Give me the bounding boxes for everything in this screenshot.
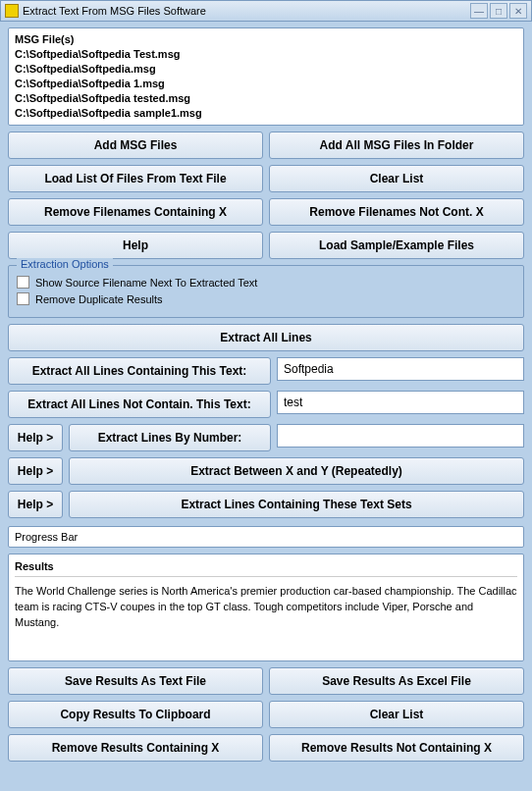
containing-text-input[interactable]: [277, 357, 524, 381]
window-title: Extract Text From MSG Files Software: [23, 5, 470, 17]
extraction-options-fieldset: Extraction Options Show Source Filename …: [8, 265, 524, 318]
results-header: Results: [15, 560, 517, 577]
extract-between-button[interactable]: Extract Between X and Y (Repeatedly): [69, 457, 524, 485]
remove-not-containing-button[interactable]: Remove Filenames Not Cont. X: [269, 198, 524, 226]
help-button[interactable]: Help: [8, 232, 263, 259]
file-list-item[interactable]: C:\Softpedia\Softpedia tested.msg: [15, 91, 517, 106]
clear-results-button[interactable]: Clear List: [269, 701, 524, 728]
extract-by-number-button[interactable]: Extract Lines By Number:: [69, 424, 271, 451]
show-source-checkbox[interactable]: [17, 276, 29, 289]
extract-not-containing-button[interactable]: Extract All Lines Not Contain. This Text…: [8, 391, 271, 418]
help-textsets-button[interactable]: Help >: [8, 491, 63, 518]
extraction-options-legend: Extraction Options: [17, 258, 113, 270]
titlebar: Extract Text From MSG Files Software — □…: [0, 0, 532, 22]
app-icon: [5, 4, 19, 18]
file-list-header: MSG File(s): [15, 32, 517, 47]
not-containing-text-input[interactable]: [277, 391, 524, 414]
progress-bar: Progress Bar: [8, 526, 524, 548]
copy-clipboard-button[interactable]: Copy Results To Clipboard: [8, 701, 263, 728]
remove-containing-button[interactable]: Remove Filenames Containing X: [8, 198, 263, 226]
load-sample-button[interactable]: Load Sample/Example Files: [269, 232, 524, 259]
file-list-item[interactable]: C:\Softpedia\Softpedia sample1.msg: [15, 106, 517, 121]
extract-textsets-button[interactable]: Extract Lines Containing These Text Sets: [69, 491, 524, 518]
maximize-button[interactable]: □: [490, 3, 507, 19]
file-list-item[interactable]: C:\Softpedia\Softpedia Test.msg: [15, 47, 517, 62]
remove-results-x-button[interactable]: Remove Results Containing X: [8, 734, 263, 762]
minimize-button[interactable]: —: [470, 3, 488, 19]
clear-list-button[interactable]: Clear List: [269, 165, 524, 192]
save-excel-button[interactable]: Save Results As Excel File: [269, 667, 524, 695]
results-text: The World Challenge series is North Amer…: [15, 583, 517, 630]
help-between-button[interactable]: Help >: [8, 457, 63, 485]
load-list-button[interactable]: Load List Of Files From Text File: [8, 165, 263, 192]
file-list-item[interactable]: C:\Softpedia\Softpedia 1.msg: [15, 77, 517, 91]
extract-containing-button[interactable]: Extract All Lines Containing This Text:: [8, 357, 271, 385]
remove-duplicate-checkbox[interactable]: [17, 292, 29, 305]
results-box[interactable]: Results The World Challenge series is No…: [8, 554, 524, 661]
help-number-button[interactable]: Help >: [8, 424, 63, 451]
remove-duplicate-label: Remove Duplicate Results: [35, 293, 163, 305]
close-button[interactable]: ✕: [509, 3, 527, 19]
save-text-button[interactable]: Save Results As Text File: [8, 667, 263, 695]
add-msg-files-button[interactable]: Add MSG Files: [8, 132, 263, 159]
progress-label: Progress Bar: [15, 531, 78, 543]
add-folder-button[interactable]: Add All MSG Files In Folder: [269, 132, 524, 159]
remove-results-not-x-button[interactable]: Remove Results Not Containing X: [269, 734, 524, 762]
extract-all-lines-button[interactable]: Extract All Lines: [8, 324, 524, 351]
by-number-input[interactable]: [277, 424, 524, 448]
file-list[interactable]: MSG File(s) C:\Softpedia\Softpedia Test.…: [8, 27, 524, 126]
file-list-item[interactable]: C:\Softpedia\Softpedia.msg: [15, 62, 517, 77]
show-source-label: Show Source Filename Next To Extracted T…: [35, 277, 257, 289]
